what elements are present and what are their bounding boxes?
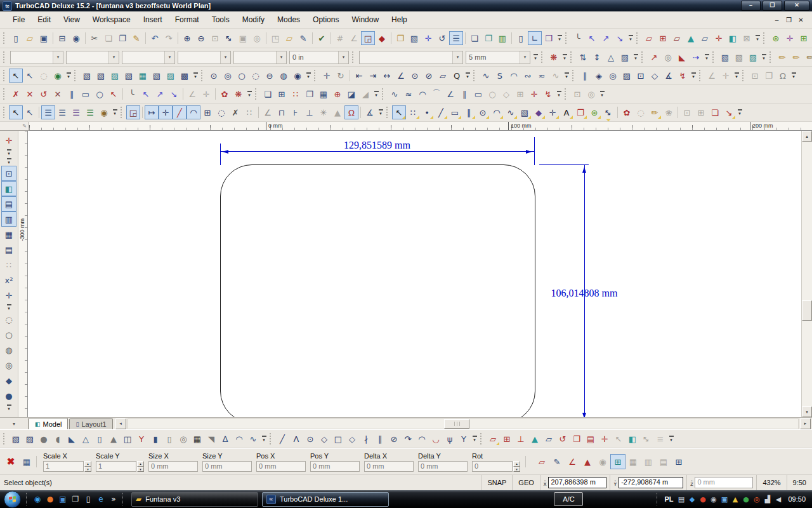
tool-pencil-icon[interactable]: ✏ xyxy=(648,105,662,119)
vertical-scrollbar[interactable]: ▴ ▾ xyxy=(801,131,812,417)
left-ellipse-a-icon[interactable]: ◌ xyxy=(1,312,16,327)
flag-arrow-icon[interactable]: ↘ xyxy=(722,105,736,119)
selector-properties-icon[interactable]: ❋ xyxy=(547,50,561,64)
draw-text-icon[interactable]: A xyxy=(560,105,573,119)
leader-icon[interactable]: ▱ xyxy=(436,69,450,83)
extend-icon[interactable]: ✕ xyxy=(51,87,65,101)
left-select-rect-icon[interactable]: ⊡ xyxy=(1,166,16,181)
dim-line-horizontal[interactable] xyxy=(220,151,534,152)
pyramid-icon[interactable]: △ xyxy=(79,432,93,446)
toolbar-grip[interactable] xyxy=(270,433,273,444)
restore-button[interactable]: ❐ xyxy=(763,1,782,11)
draw-zoom-icon[interactable]: ↔ xyxy=(598,104,618,122)
zoom-out-icon[interactable]: ⊖ xyxy=(194,31,208,45)
mesh-icon[interactable]: ▦ xyxy=(190,432,204,446)
toolbar-grip[interactable] xyxy=(3,70,7,81)
left-x2-icon[interactable]: x² xyxy=(1,272,16,288)
view-back-icon[interactable]: ▧ xyxy=(150,69,164,83)
left-ellipse-d-icon[interactable]: ◎ xyxy=(1,358,16,373)
copy-view-icon[interactable]: ❏ xyxy=(468,31,481,45)
line-modify-icon[interactable]: ⌒ xyxy=(429,87,443,101)
measure-path-icon[interactable]: ⇢ xyxy=(689,50,703,64)
arc-segment-3-icon[interactable]: ◡ xyxy=(429,432,443,446)
wp-spark-icon[interactable]: ▱ xyxy=(486,432,500,446)
menu-workspace[interactable]: Workspace xyxy=(86,13,137,27)
branch-segment-icon[interactable]: ψ xyxy=(443,432,457,446)
flyout-arrow-button[interactable]: ▾ xyxy=(304,70,312,81)
left-table-icon[interactable]: ▦ xyxy=(1,227,16,242)
clear-selection-icon[interactable]: ✖ xyxy=(3,456,19,467)
poly-edit-b-icon[interactable]: ↗ xyxy=(153,87,167,101)
dim-parallel-icon[interactable]: ↔ xyxy=(380,69,394,83)
left-solid-icon[interactable]: ◆ xyxy=(1,373,16,388)
measure-angle-icon[interactable]: ◣ xyxy=(675,50,689,64)
chevron-down-icon[interactable]: ▾ xyxy=(108,51,119,64)
insp-expand-icon[interactable]: ⊞ xyxy=(671,454,686,469)
hatch-combo[interactable]: ▾ xyxy=(359,51,463,64)
ql-desktop-icon[interactable]: ▣ xyxy=(56,493,69,505)
left-ellipse-c-icon[interactable]: ◍ xyxy=(1,342,16,358)
print-preview-icon[interactable]: ◉ xyxy=(69,31,83,45)
open-icon[interactable]: ▱ xyxy=(23,31,37,45)
flyout-arrow-button[interactable]: ▾ xyxy=(111,107,119,118)
snap-vertex-icon[interactable]: ✛ xyxy=(159,105,173,119)
snap-none-icon[interactable]: ✗ xyxy=(228,105,242,119)
snap-toggle[interactable]: SNAP xyxy=(481,475,512,490)
smart-dimension-1-icon[interactable]: ✏ xyxy=(775,50,789,64)
mid-segment-icon[interactable]: ∤ xyxy=(359,432,373,446)
flyout-arrow-button[interactable]: ▾ xyxy=(5,303,13,312)
workplane-axis-icon[interactable]: ▱ xyxy=(670,31,684,45)
cylinder-icon[interactable]: ▯ xyxy=(93,432,107,446)
color-combo[interactable]: ▾ xyxy=(66,51,119,64)
snap-angle-icon[interactable]: ∠ xyxy=(261,105,275,119)
box-3d-icon[interactable]: ▧ xyxy=(9,432,23,446)
flyout-arrow-button[interactable]: ▾ xyxy=(372,88,380,100)
workplane-world-icon[interactable]: ⊞ xyxy=(656,31,670,45)
draw-paint-icon[interactable]: ❐ xyxy=(573,105,587,119)
draw-box-icon[interactable]: ▧ xyxy=(518,105,532,119)
corner-fillet-icon[interactable]: ╰ xyxy=(125,87,139,101)
toolbar-grip[interactable] xyxy=(121,107,124,118)
smart-dimension-3-icon[interactable]: ✏ xyxy=(803,50,812,64)
draw-node-icon[interactable]: ∷ xyxy=(406,105,420,119)
tangent-segment-icon[interactable]: ⊘ xyxy=(387,432,401,446)
ql-ie-icon[interactable]: e xyxy=(95,493,107,505)
flyout-arrow-button[interactable]: ▾ xyxy=(561,51,568,63)
flyout-arrow-button[interactable]: ▾ xyxy=(703,51,710,63)
menu-view[interactable]: View xyxy=(57,13,86,27)
stem-solid-icon[interactable]: Y xyxy=(134,432,148,446)
array-stack-icon[interactable]: ❐ xyxy=(303,87,317,101)
ql-windows-icon[interactable]: ❐ xyxy=(69,493,82,505)
circle-radius-icon[interactable]: ⊙ xyxy=(408,69,422,83)
flyout-arrow-button[interactable]: ▾ xyxy=(760,51,768,63)
toolbar-grip[interactable] xyxy=(636,32,640,44)
flyout-arrow-button[interactable]: ▾ xyxy=(736,107,743,118)
toolbar-grip[interactable] xyxy=(3,88,7,100)
toolbar-grip[interactable] xyxy=(3,51,7,63)
wp-cone-icon[interactable]: ▲ xyxy=(528,432,542,446)
snap-quadrant-icon[interactable]: ⊓ xyxy=(275,105,289,119)
polyline-fit-icon[interactable]: ↖ xyxy=(585,31,599,45)
drawing-canvas[interactable]: 129,851589 mm 106,014808 mm xyxy=(28,131,801,417)
tray-update-icon[interactable]: ◆ xyxy=(686,493,697,505)
shrink-icon[interactable]: ▭ xyxy=(79,87,93,101)
flyout-arrow-button[interactable]: ▾ xyxy=(790,70,797,81)
view-front-icon[interactable]: ▧ xyxy=(122,69,136,83)
toolbar-grip[interactable] xyxy=(742,70,746,81)
toolbar-grip[interactable] xyxy=(565,32,569,44)
flyout-arrow-button[interactable]: ▾ xyxy=(598,88,606,100)
rotated-rect-icon[interactable]: ◇ xyxy=(345,432,359,446)
hatch-cross-icon[interactable]: ◈ xyxy=(592,69,606,83)
left-circle-icon[interactable]: ● xyxy=(1,388,16,403)
polyline-edit-icon[interactable]: ↗ xyxy=(599,31,613,45)
view-iso-ne-icon[interactable]: ▧ xyxy=(80,69,94,83)
array-copy-icon[interactable]: ❏ xyxy=(261,87,275,101)
save-icon[interactable]: ▣ xyxy=(37,31,51,45)
tray-green-icon[interactable]: ● xyxy=(740,493,751,505)
help-book-icon[interactable]: ❒ xyxy=(542,31,556,45)
flyout-arrow-button[interactable]: ▾ xyxy=(556,32,563,44)
smart-dimension-2-icon[interactable]: ✏ xyxy=(789,50,803,64)
array-table-icon[interactable]: ▦ xyxy=(317,87,331,101)
ql-document-icon[interactable]: ▯ xyxy=(82,493,95,505)
angle-modify-icon[interactable]: ∠ xyxy=(443,87,457,101)
